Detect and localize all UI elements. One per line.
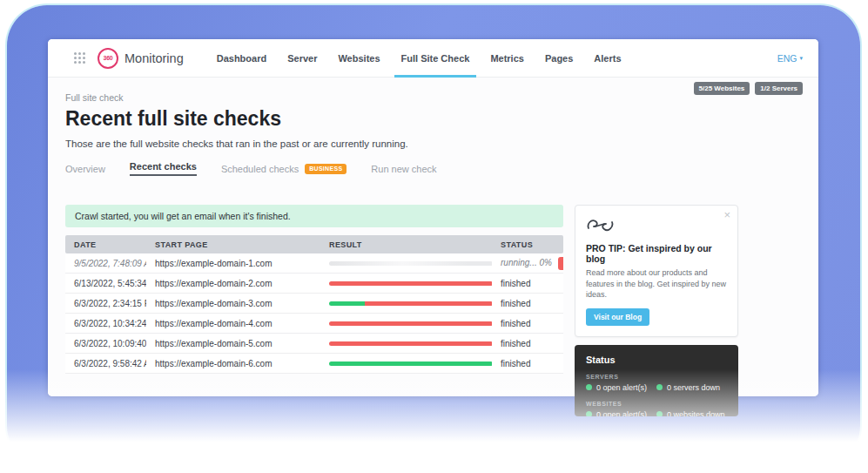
app-launcher-icon[interactable] bbox=[74, 52, 85, 64]
brand-name[interactable]: Monitoring bbox=[124, 51, 184, 65]
plan-badges: 5/25 Websites 1/2 Servers bbox=[694, 82, 803, 95]
page-content: 5/25 Websites 1/2 Servers Full site chec… bbox=[48, 78, 818, 396]
table-row: 6/3/2022, 10:09:40 AM https://example-do… bbox=[65, 334, 563, 354]
result-bar bbox=[329, 341, 492, 346]
pro-tip-title: PRO TIP: Get inspired by our blog bbox=[586, 243, 727, 264]
tab-overview[interactable]: Overview bbox=[65, 164, 105, 178]
result-bar bbox=[329, 301, 492, 306]
page-description: Those are the full website checks that r… bbox=[65, 139, 801, 149]
green-status-dot-icon bbox=[586, 384, 592, 390]
col-header-result: RESULT bbox=[320, 240, 492, 249]
chevron-down-icon: ▾ bbox=[799, 55, 803, 62]
col-header-date: DATE bbox=[65, 240, 146, 249]
status-card: Status SERVERS 0 open alert(s) 0 servers… bbox=[575, 345, 738, 416]
status-card-title: Status bbox=[586, 355, 727, 365]
nav-item-alerts[interactable]: Alerts bbox=[583, 39, 631, 77]
tab-run-new-check[interactable]: Run new check bbox=[371, 164, 436, 178]
language-label: ENG bbox=[777, 53, 797, 64]
start-page-url: https://example-domain-4.com bbox=[146, 319, 320, 328]
table-row: 6/13/2022, 5:45:34 PM https://example-do… bbox=[65, 274, 563, 294]
result-bar bbox=[329, 362, 492, 366]
table-row: 9/5/2022, 7:48:09 AM https://example-dom… bbox=[65, 253, 563, 274]
progress-bar bbox=[329, 261, 492, 266]
brand-logo-icon[interactable]: 360 bbox=[98, 48, 118, 69]
status-item: 0 open alert(s) bbox=[586, 383, 656, 392]
pro-tip-card: × PRO TIP: Get inspired by our blog Read… bbox=[575, 205, 738, 337]
status-item: 0 open alert(s) bbox=[586, 410, 656, 416]
status-text: running... 0% bbox=[501, 258, 552, 267]
status-item: 0 servers down bbox=[656, 383, 727, 392]
table-header: DATE START PAGE RESULT STATUS bbox=[65, 235, 563, 253]
nav-item-pages[interactable]: Pages bbox=[535, 39, 583, 77]
status-text: finished bbox=[501, 319, 530, 328]
nav-item-metrics[interactable]: Metrics bbox=[480, 39, 535, 77]
green-status-dot-icon bbox=[656, 411, 663, 416]
result-bar bbox=[329, 321, 492, 326]
app-window: 360 Monitoring Dashboard Server Websites… bbox=[48, 39, 818, 396]
tab-recent-checks[interactable]: Recent checks bbox=[130, 161, 197, 179]
start-page-url: https://example-domain-6.com bbox=[146, 359, 320, 368]
screenshot-stage: { "icons": { "close": "×", "chevron_down… bbox=[0, 0, 868, 473]
status-text: finished bbox=[501, 339, 530, 348]
table-row: 6/3/2022, 9:58:42 AM https://example-dom… bbox=[65, 354, 563, 374]
status-text: finished bbox=[501, 359, 530, 368]
status-item: 0 websites down bbox=[656, 410, 727, 416]
checks-table: DATE START PAGE RESULT STATUS 9/5/2022, … bbox=[65, 235, 563, 374]
success-banner: Crawl started, you will get an email whe… bbox=[65, 205, 563, 227]
start-page-url: https://example-domain-2.com bbox=[146, 279, 320, 288]
tab-scheduled-checks[interactable]: Scheduled checks BUSINESS bbox=[221, 164, 347, 178]
col-header-start-page: START PAGE bbox=[146, 240, 320, 249]
table-row: 6/3/2022, 10:34:24 AM https://example-do… bbox=[65, 314, 563, 334]
col-header-status: STATUS bbox=[492, 240, 563, 249]
page-title: Recent full site checks bbox=[65, 106, 801, 131]
start-page-url: https://example-domain-5.com bbox=[146, 339, 320, 348]
green-status-dot-icon bbox=[586, 411, 592, 416]
nav-item-dashboard[interactable]: Dashboard bbox=[206, 39, 277, 77]
result-bar bbox=[329, 281, 492, 286]
top-nav: 360 Monitoring Dashboard Server Websites… bbox=[48, 39, 818, 78]
business-badge: BUSINESS bbox=[305, 164, 347, 174]
table-row: 6/3/2022, 2:34:15 PM https://example-dom… bbox=[65, 294, 563, 314]
websites-quota-badge: 5/25 Websites bbox=[694, 82, 750, 95]
visit-blog-button[interactable]: Visit our Blog bbox=[586, 308, 649, 326]
handshake-doodle-icon bbox=[586, 215, 616, 236]
status-text: finished bbox=[501, 299, 530, 308]
tab-bar: Overview Recent checks Scheduled checks … bbox=[65, 161, 801, 179]
green-status-dot-icon bbox=[656, 384, 663, 390]
close-icon[interactable]: × bbox=[723, 209, 730, 220]
servers-quota-badge: 1/2 Servers bbox=[755, 82, 803, 95]
nav-item-websites[interactable]: Websites bbox=[327, 39, 390, 77]
nav-item-server[interactable]: Server bbox=[277, 39, 327, 77]
breadcrumb: Full site check bbox=[65, 78, 801, 103]
status-section-websites: WEBSITES bbox=[586, 401, 727, 407]
start-page-url: https://example-domain-1.com bbox=[146, 259, 320, 268]
status-section-servers: SERVERS bbox=[586, 374, 727, 380]
pro-tip-body: Read more about our products and feature… bbox=[586, 267, 727, 301]
nav-item-full-site-check[interactable]: Full Site Check bbox=[391, 39, 481, 77]
abort-button[interactable]: Abort bbox=[558, 257, 563, 270]
status-text: finished bbox=[501, 279, 530, 288]
language-selector[interactable]: ENG ▾ bbox=[777, 53, 803, 64]
start-page-url: https://example-domain-3.com bbox=[146, 299, 320, 308]
